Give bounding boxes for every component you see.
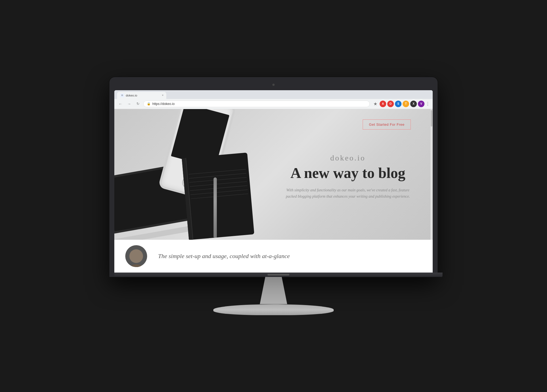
extension-icon-5[interactable]: X [410, 101, 417, 107]
hero-headline: A new way to blog [285, 164, 411, 181]
monitor-bottom-bar [114, 273, 443, 277]
notebook-line [190, 189, 248, 195]
avatar-body [125, 264, 147, 267]
monitor-stand [109, 277, 438, 315]
tab-title: dokeo.io [126, 94, 137, 97]
notebook-line [189, 169, 246, 174]
notebook-line [189, 173, 246, 178]
extension-icon-4[interactable]: T [403, 101, 409, 107]
monitor-bottom-notch [267, 274, 289, 276]
extension-icon-3[interactable]: S [395, 101, 401, 107]
forward-icon: → [127, 102, 131, 106]
bookmark-star-icon[interactable]: ★ [372, 101, 379, 107]
browser-toolbar: ← → ↻ 🔒 https://dokeo.io ★ A [114, 99, 433, 109]
extension-icon-1[interactable]: A [380, 101, 386, 107]
person-avatar [125, 245, 147, 267]
browser-menu-button[interactable]: ⋮ [426, 101, 430, 106]
notebook-line [190, 185, 247, 191]
browser-tab-active[interactable]: D dokeo.io × [117, 92, 166, 99]
notebook-line [189, 177, 246, 182]
below-fold-text: The simple set-up and usage, coupled wit… [158, 253, 290, 260]
monitor-wrapper: D dokeo.io × ← → ↻ [96, 77, 451, 315]
extension-icon-6[interactable]: V [418, 101, 424, 107]
get-started-button[interactable]: Get Started For Free [363, 119, 411, 130]
refresh-button[interactable]: ↻ [135, 101, 141, 107]
hero-subtext: With simplicity and functionality as our… [285, 187, 411, 200]
extension-icon-2[interactable]: O [387, 101, 394, 107]
back-button[interactable]: ← [117, 101, 124, 107]
monitor-camera [272, 84, 275, 86]
website-content: Get Started For Free dokeo.io A new way … [114, 109, 433, 273]
browser-chrome: D dokeo.io × ← → ↻ [114, 90, 433, 109]
browser-toolbar-icons: ★ A O S T X V ⋮ [372, 101, 430, 107]
back-icon: ← [118, 102, 122, 106]
tab-close-button[interactable]: × [161, 93, 165, 97]
tab-favicon: D [120, 93, 124, 97]
notebook-device [182, 152, 260, 240]
monitor-outer: D dokeo.io × ← → ↻ [109, 77, 438, 277]
hero-text-overlay: dokeo.io A new way to blog With simplici… [285, 153, 411, 200]
notebook-line [190, 181, 247, 186]
ssl-lock-icon: 🔒 [147, 102, 151, 106]
forward-button[interactable]: → [126, 101, 132, 107]
site-name: dokeo.io [285, 153, 411, 162]
pen-device [214, 177, 217, 237]
scrollbar[interactable] [430, 109, 433, 240]
scrollbar-thumb[interactable] [431, 110, 432, 127]
tab-favicon-letter: D [121, 94, 123, 96]
refresh-icon: ↻ [136, 102, 139, 106]
monitor-bezel: D dokeo.io × ← → ↻ [114, 90, 433, 273]
address-bar[interactable]: 🔒 https://dokeo.io [143, 101, 370, 107]
stand-neck [246, 277, 301, 304]
notebook-lines [189, 169, 248, 203]
browser-tabs: D dokeo.io × [114, 90, 433, 99]
notebook-line [191, 194, 248, 199]
monitor-top-bar [114, 82, 433, 87]
url-text: https://dokeo.io [152, 102, 174, 106]
stand-base [213, 304, 334, 315]
notebook-body [182, 153, 254, 240]
below-fold-section: The simple set-up and usage, coupled wit… [114, 240, 433, 273]
hero-section: Get Started For Free dokeo.io A new way … [114, 109, 433, 240]
avatar-head [129, 249, 143, 263]
